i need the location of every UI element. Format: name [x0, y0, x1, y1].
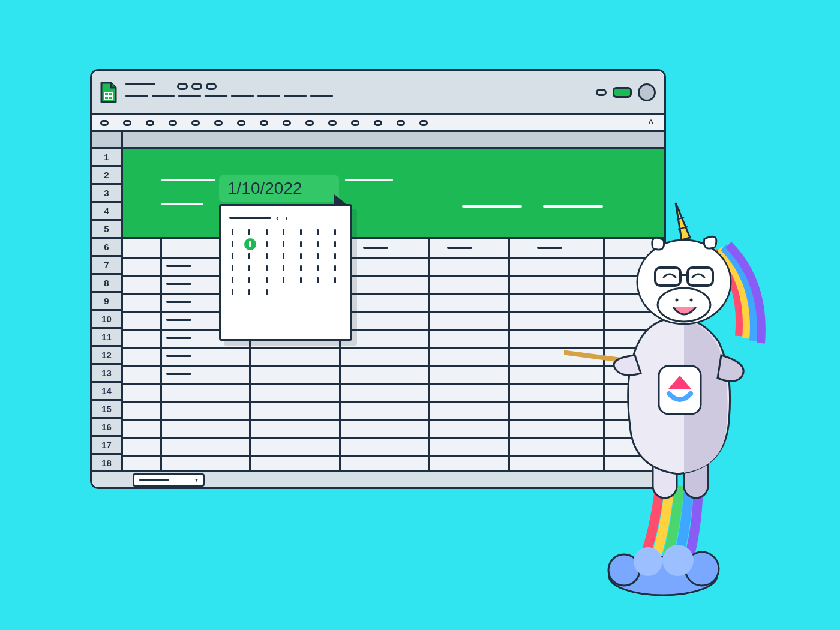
date-picker-day[interactable] [281, 277, 287, 284]
date-picker-day[interactable] [229, 277, 235, 284]
row-header[interactable]: 3 [92, 185, 121, 203]
svg-point-12 [676, 299, 679, 302]
date-value: 1/10/2022 [227, 179, 302, 198]
date-picker-day[interactable] [229, 253, 235, 260]
row-header[interactable]: 17 [92, 437, 121, 455]
share-button[interactable] [613, 87, 632, 98]
row-header-gutter: 1 2 3 4 5 6 7 8 9 10 11 12 13 14 15 16 1… [92, 132, 123, 470]
date-picker-day[interactable] [244, 238, 256, 250]
toolbar-button[interactable] [283, 120, 291, 126]
date-picker-day[interactable] [298, 265, 304, 272]
date-picker-day[interactable] [298, 253, 304, 260]
toolbar-button[interactable] [374, 120, 382, 126]
date-picker-day[interactable] [247, 277, 253, 284]
date-picker-day[interactable] [281, 265, 287, 272]
date-picker-day[interactable] [332, 229, 338, 236]
date-picker-day[interactable] [263, 289, 269, 296]
column-header-row[interactable] [123, 132, 664, 149]
toolbar-button[interactable] [305, 120, 314, 126]
date-picker-day[interactable] [263, 229, 269, 236]
row-header[interactable]: 15 [92, 401, 121, 419]
row-header[interactable]: 5 [92, 221, 121, 239]
sheet-tab-menu-icon[interactable]: ▾ [195, 476, 198, 483]
toolbar-button[interactable] [397, 120, 405, 126]
date-picker-day[interactable] [315, 253, 321, 260]
date-picker-day[interactable] [229, 289, 235, 296]
account-avatar[interactable] [638, 83, 656, 101]
toolbar-button[interactable] [260, 120, 268, 126]
date-picker-day[interactable] [247, 253, 253, 260]
date-picker-day[interactable] [315, 229, 321, 236]
document-title-placeholder[interactable] [125, 83, 333, 102]
google-sheets-icon [100, 82, 117, 103]
svg-point-6 [634, 547, 662, 576]
date-picker-next-icon[interactable]: › [285, 213, 289, 223]
date-picker-day[interactable] [263, 241, 269, 248]
date-picker-day[interactable] [332, 277, 338, 284]
unicorn-body [614, 318, 743, 498]
date-picker-day[interactable] [298, 277, 304, 284]
row-header[interactable]: 8 [92, 275, 121, 293]
toolbar-button[interactable] [146, 120, 154, 126]
date-picker-day[interactable] [229, 241, 235, 248]
select-all-corner[interactable] [92, 132, 121, 149]
date-picker-day[interactable] [315, 277, 321, 284]
svg-point-7 [662, 545, 694, 576]
date-picker-day[interactable] [247, 229, 253, 236]
row-header[interactable]: 12 [92, 347, 121, 365]
window-control-icon[interactable] [596, 89, 607, 96]
cloud-icon [608, 545, 719, 595]
date-picker-day[interactable] [315, 241, 321, 248]
pointer-stick-icon [564, 336, 621, 360]
titlebar [92, 71, 664, 115]
date-picker-day[interactable] [281, 229, 287, 236]
date-picker-day[interactable] [263, 265, 269, 272]
row-header[interactable]: 1 [92, 149, 121, 167]
sheet-tab-label [139, 479, 169, 481]
toolbar-button[interactable] [191, 120, 200, 126]
date-input-cell[interactable]: 1/10/2022 [219, 175, 339, 202]
sheet-tab[interactable]: ▾ [133, 473, 205, 487]
date-picker-day[interactable] [332, 253, 338, 260]
toolbar-button[interactable] [123, 120, 131, 126]
row-header[interactable]: 13 [92, 365, 121, 383]
date-picker-day[interactable] [298, 241, 304, 248]
collapse-toolbar-icon[interactable]: ^ [649, 118, 653, 128]
row-header[interactable]: 2 [92, 167, 121, 185]
svg-point-13 [690, 299, 693, 302]
date-picker-grid [229, 229, 342, 296]
unicorn-head [637, 203, 731, 324]
date-picker-day[interactable] [332, 265, 338, 272]
toolbar-button[interactable] [237, 120, 245, 126]
date-picker-day[interactable] [332, 241, 338, 248]
toolbar-button[interactable] [100, 120, 109, 126]
date-picker-day[interactable] [229, 229, 235, 236]
row-header[interactable]: 10 [92, 311, 121, 329]
date-picker-prev-icon[interactable]: ‹ [276, 213, 280, 223]
row-header[interactable]: 11 [92, 329, 121, 347]
horn-icon [676, 203, 690, 240]
date-picker-day[interactable] [298, 229, 304, 236]
date-picker-day[interactable] [229, 265, 235, 272]
toolbar-button[interactable] [169, 120, 177, 126]
date-picker-day[interactable] [247, 289, 253, 296]
row-header[interactable]: 14 [92, 383, 121, 401]
date-picker-popover[interactable]: ‹ › [219, 204, 352, 341]
row-header[interactable]: 16 [92, 419, 121, 437]
toolbar-button[interactable] [419, 120, 428, 126]
toolbar-button[interactable] [328, 120, 337, 126]
toolbar-button[interactable] [351, 120, 359, 126]
clickup-logo-panel [659, 366, 701, 414]
date-picker-day[interactable] [247, 265, 253, 272]
date-picker-day[interactable] [281, 241, 287, 248]
clickup-unicorn-mascot [564, 198, 780, 606]
date-picker-day[interactable] [263, 277, 269, 284]
row-header[interactable]: 6 [92, 239, 121, 257]
row-header[interactable]: 7 [92, 257, 121, 275]
date-picker-day[interactable] [263, 253, 269, 260]
row-header[interactable]: 9 [92, 293, 121, 311]
row-header[interactable]: 4 [92, 203, 121, 221]
toolbar-button[interactable] [214, 120, 223, 126]
date-picker-day[interactable] [281, 253, 287, 260]
date-picker-day[interactable] [315, 265, 321, 272]
